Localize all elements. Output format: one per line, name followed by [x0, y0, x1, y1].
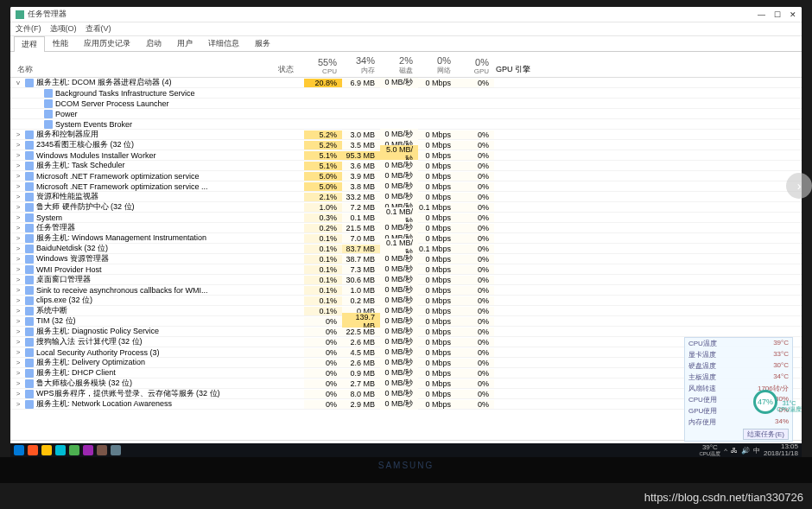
expander-icon[interactable]: >	[14, 203, 22, 211]
cell-mem: 95.3 MB	[342, 151, 380, 160]
expander-icon[interactable]: >	[14, 317, 22, 325]
end-task-button[interactable]: 结束任务(E)	[743, 429, 789, 440]
process-name: Windows Modules Installer Worker	[36, 151, 155, 160]
cell-gpu: 0%	[456, 359, 494, 367]
taskbar-icon[interactable]	[41, 445, 52, 455]
hw-monitor-row: 硬盘温度30°C	[685, 360, 792, 372]
expander-icon[interactable]: >	[14, 162, 22, 169]
expander-icon[interactable]: >	[14, 182, 22, 190]
expander-icon[interactable]: >	[14, 338, 22, 346]
process-child-row[interactable]: DCOM Server Process Launcher	[10, 99, 802, 109]
process-child-row[interactable]: Background Tasks Infrastructure Service	[10, 88, 802, 99]
cell-mem: 2.6 MB	[342, 338, 380, 347]
cell-net: 0 Mbps	[418, 317, 456, 326]
taskbar-icon[interactable]	[111, 445, 121, 455]
start-button[interactable]	[14, 445, 24, 455]
menu-file[interactable]: 文件(F)	[16, 23, 41, 35]
hardware-monitor-overlay[interactable]: CPU温度39°C显卡温度33°C硬盘温度30°C主板温度34°C风扇转速170…	[684, 337, 793, 442]
col-gpu-engine[interactable]: GPU 引擎	[494, 64, 534, 75]
col-disk[interactable]: 2%磁盘	[380, 55, 418, 75]
cell-mem: 30.6 MB	[342, 276, 380, 284]
menu-options[interactable]: 选项(O)	[50, 23, 77, 35]
expander-icon[interactable]: >	[14, 296, 22, 304]
tab-processes[interactable]: 进程	[14, 36, 45, 52]
expander-icon[interactable]: >	[14, 255, 22, 263]
cell-cpu: 5.0%	[304, 182, 342, 191]
tab-users[interactable]: 用户	[169, 35, 200, 51]
expander-icon[interactable]: >	[14, 151, 22, 159]
process-name: 鲁大师 硬件防护中心 (32 位)	[36, 201, 135, 213]
menu-view[interactable]: 查看(V)	[86, 23, 111, 35]
expander-icon[interactable]: >	[14, 359, 22, 366]
expander-icon[interactable]: >	[14, 307, 22, 315]
tray-clock[interactable]: 13:05 2018/11/18	[764, 443, 798, 457]
expander-icon[interactable]: >	[14, 390, 22, 398]
process-name: Windows 资源管理器	[36, 253, 109, 264]
cell-cpu: 0%	[304, 400, 342, 409]
expander-icon[interactable]: >	[14, 286, 22, 294]
taskbar-icon[interactable]	[28, 445, 38, 455]
taskbar[interactable]: 39°C CPU温度 ^ 🖧 🔊 中 13:05 2018/11/18	[10, 443, 802, 457]
col-name[interactable]: 名称	[10, 64, 278, 75]
expander-icon[interactable]: >	[14, 213, 22, 221]
process-row[interactable]: v服务主机: DCOM 服务器进程启动器 (4)20.8%6.9 MB0 MB/…	[10, 78, 802, 88]
cell-cpu: 5.1%	[304, 162, 342, 170]
tray-network-icon[interactable]: 🖧	[731, 447, 738, 455]
cell-cpu: 0.1%	[304, 307, 342, 315]
taskbar-icon[interactable]	[55, 445, 66, 455]
tab-startup[interactable]: 启动	[138, 35, 169, 51]
minimize-button[interactable]: —	[758, 10, 765, 19]
expander-icon[interactable]: >	[14, 400, 22, 408]
cell-net: 0 Mbps	[418, 328, 456, 336]
cell-net: 0 Mbps	[418, 141, 456, 150]
col-gpu[interactable]: 0%GPU	[456, 57, 494, 75]
process-icon	[25, 286, 34, 295]
expander-icon[interactable]: >	[14, 276, 22, 283]
next-arrow-icon[interactable]: ›	[786, 173, 812, 199]
tray-ime-icon[interactable]: 中	[753, 446, 760, 455]
column-headers: 名称 状态 55%CPU 34%内存 2%磁盘 0%网络 0%GPU GPU 引…	[10, 52, 802, 78]
tab-performance[interactable]: 性能	[45, 35, 76, 51]
tab-app-history[interactable]: 应用历史记录	[76, 35, 138, 51]
expander-icon[interactable]: >	[14, 348, 22, 356]
expander-icon[interactable]: >	[14, 193, 22, 200]
process-child-row[interactable]: Power	[10, 109, 802, 119]
expander-icon[interactable]: >	[14, 379, 22, 387]
expander-icon[interactable]: >	[14, 265, 22, 273]
tray-up-icon[interactable]: ^	[724, 447, 727, 455]
col-memory[interactable]: 34%内存	[342, 55, 380, 75]
cell-cpu: 0%	[304, 338, 342, 347]
process-row[interactable]: >服务主机: Network Location Awareness0%2.9 M…	[10, 399, 802, 410]
maximize-button[interactable]: ☐	[774, 10, 781, 19]
expander-icon[interactable]: >	[14, 141, 22, 149]
expander-icon[interactable]: >	[14, 234, 22, 242]
taskbar-icon[interactable]	[83, 445, 93, 455]
process-name: Power	[55, 110, 78, 118]
cell-mem: 33.2 MB	[342, 193, 380, 201]
cell-net: 0 Mbps	[418, 130, 456, 139]
expander-icon[interactable]: v	[14, 79, 22, 86]
tab-services[interactable]: 服务	[247, 35, 278, 51]
cpu-gauge-widget[interactable]: 47%	[753, 390, 777, 414]
col-cpu[interactable]: 55%CPU	[304, 57, 342, 75]
tray-volume-icon[interactable]: 🔊	[741, 447, 750, 455]
tab-details[interactable]: 详细信息	[200, 35, 247, 51]
task-manager-window: 任务管理器 — ☐ ✕ 文件(F) 选项(O) 查看(V) 进程 性能 应用历史…	[10, 7, 802, 457]
col-network[interactable]: 0%网络	[418, 55, 456, 75]
col-status[interactable]: 状态	[278, 64, 304, 75]
cell-net: 0 Mbps	[418, 276, 456, 284]
expander-icon[interactable]: >	[14, 130, 22, 138]
cell-gpu: 0%	[456, 338, 494, 347]
system-tray[interactable]: 39°C CPU温度 ^ 🖧 🔊 中 13:05 2018/11/18	[700, 443, 798, 457]
close-button[interactable]: ✕	[790, 10, 796, 19]
expander-icon[interactable]: >	[14, 224, 22, 232]
expander-icon[interactable]: >	[14, 172, 22, 180]
taskbar-icon[interactable]	[69, 445, 79, 455]
process-name: Local Security Authority Process (3)	[36, 348, 160, 357]
expander-icon[interactable]: >	[14, 369, 22, 377]
title-bar[interactable]: 任务管理器 — ☐ ✕	[10, 7, 802, 22]
expander-icon[interactable]: >	[14, 328, 22, 335]
cell-cpu: 0.2%	[304, 224, 342, 232]
taskbar-icon[interactable]	[97, 445, 107, 455]
expander-icon[interactable]: >	[14, 245, 22, 252]
